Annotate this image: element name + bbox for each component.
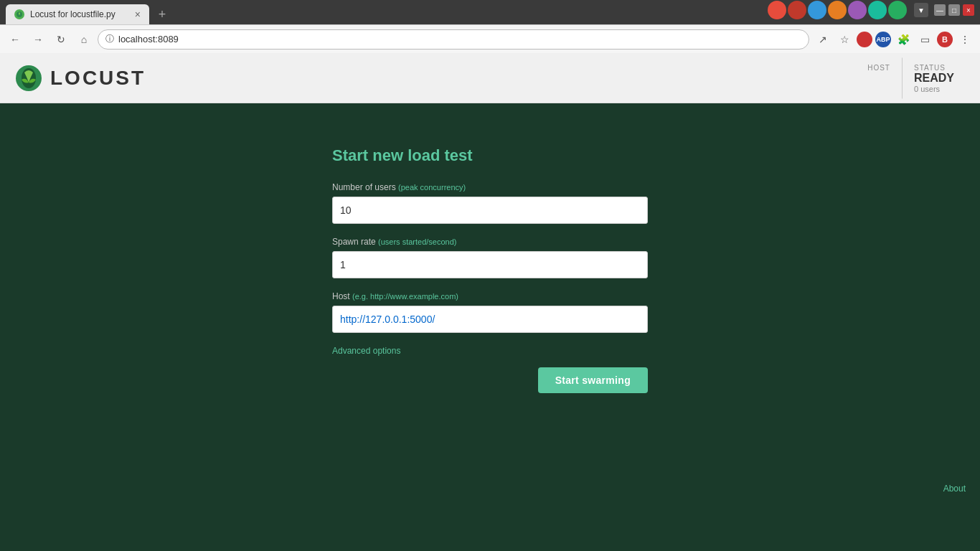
extension-abp[interactable]: ABP [875, 32, 891, 47]
taskbar-icons [768, 1, 907, 19]
status-users: 0 users [914, 84, 954, 93]
tab-title: Locust for locustfile.py [30, 9, 116, 19]
users-label: Number of users (peak concurrency) [332, 182, 648, 192]
address-bar[interactable]: ⓘ localhost:8089 [98, 29, 809, 50]
taskbar-app4 [828, 1, 847, 19]
reload-button[interactable]: ↻ [52, 30, 70, 49]
status-value: READY [914, 71, 954, 84]
taskbar-app7 [888, 1, 907, 19]
app-header: LOCUST HOST STATUS READY 0 users [0, 53, 980, 103]
minimize-button[interactable]: — [934, 4, 946, 16]
advanced-options-link[interactable]: Advanced options [332, 346, 648, 356]
host-label: HOST [867, 63, 890, 71]
browser-chrome: Locust for locustfile.py × + ▼ — □ [0, 0, 980, 53]
active-tab[interactable]: Locust for locustfile.py × [6, 4, 149, 24]
taskbar-app1 [768, 1, 786, 19]
browser-title-bar: Locust for locustfile.py × + ▼ — □ [0, 0, 980, 24]
spawn-rate-input[interactable] [332, 251, 648, 278]
spawn-label: Spawn rate (users started/second) [332, 237, 648, 247]
form-card: Start new load test Number of users (pea… [332, 146, 648, 393]
browser-nav-bar: ← → ↻ ⌂ ⓘ localhost:8089 ↗ ☆ ABP 🧩 ▭ B ⋮ [0, 24, 980, 53]
logo-text: LOCUST [50, 67, 146, 90]
users-input[interactable] [332, 197, 648, 224]
host-hint: (e.g. http://www.example.com) [352, 292, 458, 301]
app-main: Start new load test Number of users (pea… [0, 103, 980, 476]
sidebar-button[interactable]: ▭ [915, 30, 934, 49]
users-form-group: Number of users (peak concurrency) [332, 182, 648, 224]
share-button[interactable]: ↗ [814, 30, 832, 49]
taskbar-app5 [848, 1, 867, 19]
app-wrapper: LOCUST HOST STATUS READY 0 users Start n… [0, 53, 980, 501]
lock-icon: ⓘ [105, 33, 114, 45]
locust-logo-icon [14, 64, 43, 93]
extension-1[interactable] [857, 32, 872, 47]
host-label: Host (e.g. http://www.example.com) [332, 291, 648, 301]
bookmark-button[interactable]: ☆ [835, 30, 854, 49]
spawn-form-group: Spawn rate (users started/second) [332, 237, 648, 278]
home-button[interactable]: ⌂ [75, 30, 93, 49]
form-actions: Start swarming [332, 367, 648, 393]
logo-area: LOCUST [14, 64, 146, 93]
window-controls: — □ × [934, 4, 974, 20]
taskbar-app2 [788, 1, 806, 19]
host-input[interactable] [332, 306, 648, 333]
tab-favicon [14, 9, 24, 19]
puzzle-button[interactable]: 🧩 [894, 30, 913, 49]
taskbar-app3 [808, 1, 826, 19]
spawn-hint: (users started/second) [378, 237, 456, 246]
address-text: localhost:8089 [118, 34, 179, 44]
menu-button[interactable]: ⋮ [956, 30, 974, 49]
new-tab-button[interactable]: + [152, 4, 172, 24]
browser-tabs: Locust for locustfile.py × + [6, 0, 172, 24]
close-button[interactable]: × [963, 4, 974, 16]
nav-extras: ↗ ☆ ABP 🧩 ▭ B ⋮ [814, 30, 974, 49]
status-label-text: STATUS [914, 63, 954, 71]
maximize-button[interactable]: □ [948, 4, 960, 16]
app-footer: About [0, 476, 980, 501]
form-title: Start new load test [332, 146, 648, 165]
host-form-group: Host (e.g. http://www.example.com) [332, 291, 648, 333]
start-swarming-button[interactable]: Start swarming [538, 367, 648, 393]
users-hint: (peak concurrency) [398, 183, 466, 192]
header-host-section: HOST [856, 57, 903, 98]
about-link[interactable]: About [943, 484, 966, 494]
status-block: STATUS READY 0 users [903, 57, 966, 98]
dropdown-btn[interactable]: ▼ [914, 3, 928, 17]
forward-button[interactable]: → [29, 30, 47, 49]
tab-close-button[interactable]: × [135, 9, 141, 20]
back-button[interactable]: ← [6, 30, 24, 49]
header-status: HOST STATUS READY 0 users [856, 57, 966, 98]
profile-button[interactable]: B [937, 32, 953, 47]
taskbar-app6 [868, 1, 887, 19]
